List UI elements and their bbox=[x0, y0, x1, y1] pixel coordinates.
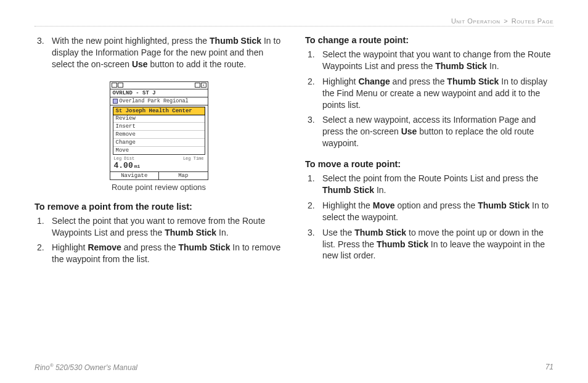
figure: × OVRLND - ST J Overland Park Regional S… bbox=[35, 81, 283, 192]
leg-time-label: Leg Time bbox=[183, 156, 204, 161]
distance-unit: mi bbox=[134, 163, 141, 169]
list-item: Select the waypoint that you want to cha… bbox=[305, 49, 553, 72]
menu-item-review: Review bbox=[113, 115, 205, 123]
menu-item-move: Move bbox=[113, 147, 205, 154]
device-route-name: OVRLND - ST J bbox=[110, 89, 208, 97]
device-context-menu: St Joseph Health Center Review Insert Re… bbox=[113, 107, 205, 155]
titlebar-icon bbox=[118, 83, 123, 88]
remove-list: Select the point that you want to remove… bbox=[35, 215, 283, 266]
content-columns: With the new point highlighted, press th… bbox=[35, 35, 553, 269]
flag-icon bbox=[113, 99, 118, 104]
figure-caption: Route point review options bbox=[35, 183, 283, 192]
breadcrumb-sep: > bbox=[504, 17, 508, 25]
device-highlighted-waypoint: St Joseph Health Center bbox=[113, 107, 205, 115]
list-item: Highlight Change and press the Thumb Sti… bbox=[305, 76, 553, 111]
list-item: Select the point that you want to remove… bbox=[35, 215, 283, 239]
device-distance: 4.00 mi bbox=[110, 161, 208, 172]
device-bottom-buttons: Navigate Map bbox=[110, 172, 208, 179]
navigate-button: Navigate bbox=[110, 172, 160, 179]
heading-remove: To remove a point from the route list: bbox=[35, 202, 283, 212]
list-item: Highlight the Move option and press the … bbox=[305, 200, 553, 223]
titlebar-icon bbox=[195, 83, 200, 88]
change-list: Select the waypoint that you want to cha… bbox=[305, 49, 553, 149]
list-item: Select the point from the Route Points L… bbox=[305, 173, 553, 196]
list-item: Use the Thumb Stick to move the point up… bbox=[305, 227, 553, 262]
move-list: Select the point from the Route Points L… bbox=[305, 173, 553, 262]
distance-value: 4.00 bbox=[114, 161, 133, 170]
page-footer: Rino® 520/530 Owner's Manual 71 bbox=[35, 363, 553, 372]
leg-dist-label: Leg Dist bbox=[114, 156, 135, 161]
header-rule bbox=[35, 26, 553, 27]
page-number: 71 bbox=[545, 363, 553, 372]
breadcrumb-section: Unit Operation bbox=[451, 17, 500, 25]
map-button: Map bbox=[159, 172, 208, 179]
device-screenshot: × OVRLND - ST J Overland Park Regional S… bbox=[110, 81, 208, 180]
right-column: To change a route point: Select the wayp… bbox=[305, 35, 553, 269]
list-item: Select a new waypoint, access its Inform… bbox=[305, 114, 553, 149]
heading-move: To move a route point: bbox=[305, 159, 553, 169]
breadcrumb-page: Routes Page bbox=[512, 17, 553, 25]
list-item: With the new point highlighted, press th… bbox=[35, 35, 283, 70]
left-column: With the new point highlighted, press th… bbox=[35, 35, 283, 269]
list-item: Highlight Remove and press the Thumb Sti… bbox=[35, 242, 283, 265]
footer-title: Rino® 520/530 Owner's Manual bbox=[35, 363, 137, 372]
device-info-labels: Leg Dist Leg Time bbox=[110, 156, 208, 161]
menu-item-remove: Remove bbox=[113, 131, 205, 139]
device-waypoint-row: Overland Park Regional bbox=[110, 97, 208, 105]
device-waypoint-label: Overland Park Regional bbox=[120, 98, 189, 104]
close-icon: × bbox=[201, 83, 206, 88]
titlebar-icon bbox=[112, 83, 117, 88]
breadcrumb: Unit Operation > Routes Page bbox=[35, 17, 553, 25]
menu-item-change: Change bbox=[113, 139, 205, 147]
device-titlebar: × bbox=[110, 82, 208, 89]
intro-list: With the new point highlighted, press th… bbox=[35, 35, 283, 70]
heading-change: To change a route point: bbox=[305, 35, 553, 45]
menu-item-insert: Insert bbox=[113, 123, 205, 131]
